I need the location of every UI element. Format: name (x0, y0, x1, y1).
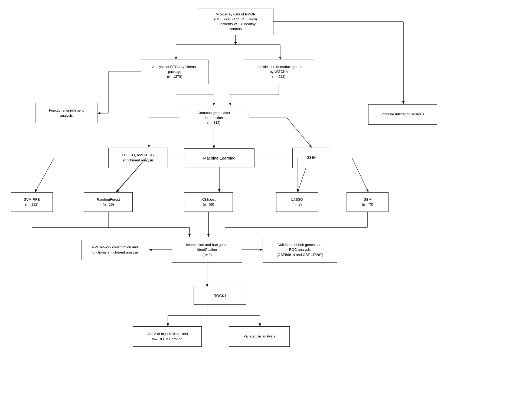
svg-line-31 (116, 167, 138, 192)
validation-box: Validation of hub genes andROC analysis(… (263, 237, 337, 263)
ppi-box: PPI network construction andfunctional e… (81, 240, 149, 260)
wgcna-box: Identification of module genesby WGCNA(n… (244, 60, 314, 84)
immune-box: Immune Infiltration analysis (368, 104, 437, 125)
xgboost-box: XGBoost(n= 58) (184, 192, 233, 212)
svm-box: SVM-RFE(n= 112) (11, 192, 53, 212)
intersection-box: Intersection and hub genesidentification… (172, 237, 242, 263)
lasso-box: LASSO(n= 8) (276, 192, 318, 212)
svg-line-30 (352, 158, 368, 192)
microarray-box: Microarray data of PMOP(GSE56815 and GSE… (198, 8, 273, 35)
rf-box: RandomForest(n= 16) (84, 192, 133, 212)
functional-box: Functional enrichmentanalysis (35, 103, 97, 123)
gbm-box: GBM(n= 73) (347, 192, 389, 212)
do-go-box: DO, GO, and KEGGenrichment analysis (108, 148, 168, 168)
flowchart: Microarray data of PMOP(GSE56815 and GSE… (0, 0, 532, 406)
degs-box: Analysis of DEGs by "limma"package(n= 12… (141, 60, 208, 84)
svg-line-26 (35, 158, 54, 192)
svg-line-32 (298, 168, 306, 192)
gsea-high-box: GSEA of high-ROCK1 andlow-ROCK1 groups (133, 326, 202, 347)
gsea-box: GSEA (292, 148, 330, 168)
ml-box: Machine Learning (184, 148, 254, 167)
common-box: Common genes afterintersection(n= 112) (179, 106, 249, 130)
rock1-box: ROCK1 (194, 287, 246, 305)
pancancer-box: Pan-cancer analysis (229, 326, 290, 347)
svg-line-21 (287, 118, 311, 147)
